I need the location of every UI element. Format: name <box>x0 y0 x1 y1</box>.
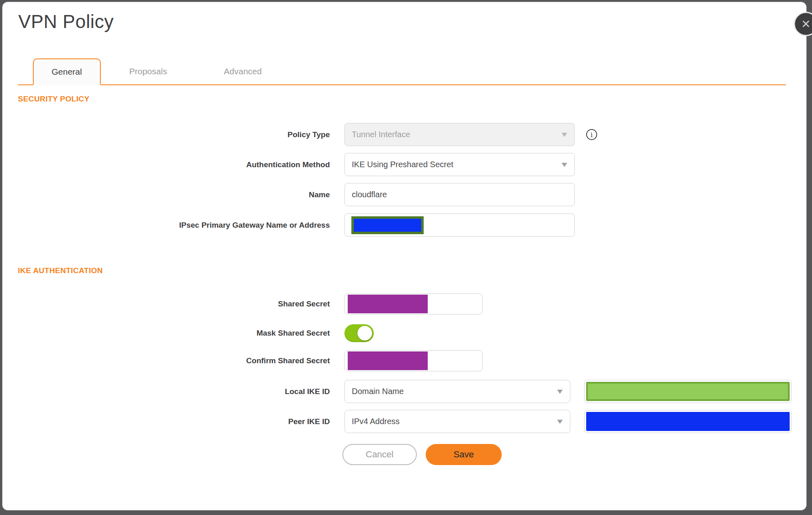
form-row-authentication-method: Authentication Method IKE Using Preshare… <box>2 153 806 176</box>
redacted-shared-secret-value <box>348 295 428 313</box>
tab-bar: General Proposals Advanced <box>18 58 786 85</box>
shared-secret-input[interactable] <box>344 293 483 315</box>
mask-shared-secret-toggle[interactable] <box>344 324 374 342</box>
form-row-peer-ike-id: Peer IKE ID IPv4 Address ▼ <box>2 410 806 433</box>
redacted-gateway-value <box>351 216 424 234</box>
peer-ike-id-value-input[interactable] <box>584 410 792 433</box>
authentication-method-value: IKE Using Preshared Secret <box>352 160 561 169</box>
ipsec-gateway-label: IPsec Primary Gateway Name or Address <box>2 221 330 230</box>
policy-type-value: Tunnel Interface <box>352 130 561 139</box>
authentication-method-label: Authentication Method <box>2 160 330 169</box>
info-icon[interactable]: i <box>586 129 597 140</box>
redacted-peer-ike-id-value <box>586 412 790 431</box>
form-row-shared-secret: Shared Secret <box>2 293 806 315</box>
tab-proposals[interactable]: Proposals <box>128 58 169 84</box>
page-title: VPN Policy <box>18 10 806 33</box>
form-row-confirm-shared-secret: Confirm Shared Secret <box>2 350 806 371</box>
form-row-mask-shared-secret: Mask Shared Secret <box>2 324 806 342</box>
redacted-local-ike-id-value <box>586 382 790 401</box>
redacted-confirm-shared-secret-value <box>348 351 428 370</box>
save-button[interactable]: Save <box>426 444 502 465</box>
tab-panel-general: SECURITY POLICY Policy Type Tunnel Inter… <box>2 95 806 465</box>
chevron-down-icon: ▼ <box>555 418 565 426</box>
peer-ike-id-type-value: IPv4 Address <box>352 417 556 426</box>
form-row-local-ike-id: Local IKE ID Domain Name ▼ <box>2 380 806 403</box>
vpn-policy-modal: VPN Policy General Proposals Advanced SE… <box>2 2 807 511</box>
toggle-knob-icon <box>357 326 372 340</box>
peer-ike-id-label: Peer IKE ID <box>2 417 330 426</box>
policy-type-select[interactable]: Tunnel Interface ▼ <box>344 123 575 146</box>
chevron-down-icon: ▼ <box>555 388 565 396</box>
shared-secret-label: Shared Secret <box>2 300 330 308</box>
mask-shared-secret-label: Mask Shared Secret <box>2 329 330 338</box>
authentication-method-select[interactable]: IKE Using Preshared Secret ▼ <box>344 153 575 176</box>
security-policy-heading: SECURITY POLICY <box>18 95 806 103</box>
form-row-name: Name <box>2 183 806 206</box>
local-ike-id-type-value: Domain Name <box>352 387 556 396</box>
dialog-actions: Cancel Save <box>2 444 806 465</box>
form-row-policy-type: Policy Type Tunnel Interface ▼ i <box>2 123 806 146</box>
policy-type-label: Policy Type <box>2 130 330 139</box>
tab-general[interactable]: General <box>33 58 101 85</box>
name-label: Name <box>2 190 330 199</box>
vpn-policy-dialog-page: ✕ VPN Policy General Proposals Advanced … <box>0 0 812 515</box>
cancel-button[interactable]: Cancel <box>342 444 417 465</box>
ike-authentication-heading: IKE AUTHENTICATION <box>18 266 806 275</box>
local-ike-id-value-input[interactable] <box>584 380 792 403</box>
tab-advanced[interactable]: Advanced <box>223 58 262 84</box>
chevron-down-icon: ▼ <box>560 131 569 139</box>
chevron-down-icon: ▼ <box>560 161 569 169</box>
local-ike-id-label: Local IKE ID <box>2 387 330 396</box>
confirm-shared-secret-label: Confirm Shared Secret <box>2 356 330 365</box>
confirm-shared-secret-input[interactable] <box>344 350 483 371</box>
peer-ike-id-type-select[interactable]: IPv4 Address ▼ <box>344 410 570 433</box>
form-row-ipsec-gateway: IPsec Primary Gateway Name or Address <box>2 213 806 237</box>
ipsec-gateway-input[interactable] <box>344 213 575 237</box>
local-ike-id-type-select[interactable]: Domain Name ▼ <box>344 380 570 403</box>
name-input[interactable] <box>344 183 575 206</box>
